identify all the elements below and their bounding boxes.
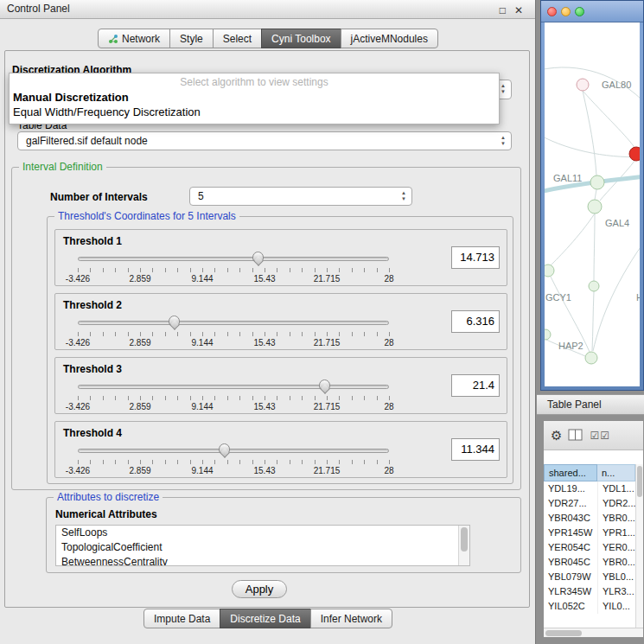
network-icon — [108, 34, 118, 44]
threshold-2-slider[interactable]: -3.426 2.859 9.144 15.43 21.715 28 — [78, 315, 391, 349]
network-node[interactable] — [545, 329, 551, 340]
close-window-icon[interactable]: ✕ — [514, 2, 523, 20]
slider-tick-labels: -3.426 2.859 9.144 15.43 21.715 28 — [78, 338, 389, 348]
scrollbar-thumb[interactable] — [545, 630, 582, 636]
close-traffic-light-icon[interactable] — [547, 7, 557, 16]
list-item[interactable]: TopologicalCoefficient — [56, 540, 469, 555]
gear-icon[interactable]: ⚙ — [551, 428, 562, 443]
table-row[interactable]: YBL079WYBL0... — [544, 570, 635, 584]
tab-label: Style — [180, 33, 203, 45]
table-horizontal-scrollbar[interactable] — [544, 628, 643, 637]
slider-tick-labels: -3.426 2.859 9.144 15.43 21.715 28 — [78, 466, 389, 476]
table-row[interactable]: YER054CYER0... — [544, 540, 635, 555]
network-graph: GAL80 GAL11 GAL4 GCY1 H HAP2 — [545, 22, 640, 386]
numerical-attributes-list[interactable]: SelfLoops TopologicalCoefficient Between… — [55, 525, 470, 566]
control-panel-titlebar: Control Panel □ ✕ — [0, 0, 535, 19]
table-header-row: shared... n... — [544, 464, 635, 481]
slider-track[interactable] — [78, 257, 389, 261]
threshold-3-box: Threshold 3 -3.426 2.859 9.144 15.43 21.… — [54, 357, 507, 414]
scrollbar-thumb[interactable] — [461, 527, 468, 552]
attributes-title: Attributes to discretize — [54, 491, 163, 503]
table-row[interactable]: YBR045CYBR0... — [544, 555, 635, 570]
float-window-icon[interactable]: □ — [500, 2, 506, 20]
tab-label: Discretize Data — [230, 613, 300, 625]
number-of-intervals-combobox[interactable]: 5 ▲▼ — [189, 187, 412, 206]
list-item[interactable]: SelfLoops — [56, 526, 469, 540]
network-canvas[interactable]: GAL80 GAL11 GAL4 GCY1 H HAP2 — [545, 22, 640, 386]
apply-button[interactable]: Apply — [232, 580, 287, 598]
network-node-gal4[interactable] — [588, 200, 602, 214]
column-header-shared-name[interactable]: shared... — [544, 464, 597, 481]
tab-jactivemnodules[interactable]: jActiveMNodules — [341, 29, 438, 48]
thresholds-group: Threshold's Coordinates for 5 Intervals … — [47, 216, 513, 484]
list-item[interactable]: BetweennessCentrality — [56, 555, 469, 566]
slider-ticks — [78, 332, 390, 336]
slider-thumb[interactable] — [169, 316, 180, 325]
threshold-4-slider[interactable]: -3.426 2.859 9.144 15.43 21.715 28 — [78, 443, 391, 477]
network-node-gal80[interactable] — [577, 79, 589, 91]
tab-label: Network — [122, 33, 160, 45]
table-panel-titlebar: Table Panel — [537, 394, 644, 415]
threshold-1-slider[interactable]: -3.426 2.859 9.144 15.43 21.715 28 — [78, 251, 391, 285]
checkbox-icons[interactable]: ☑☑ — [590, 430, 610, 442]
table-row[interactable]: YPR145WYPR1... — [544, 526, 635, 540]
dropdown-placeholder: Select algorithm to view settings — [10, 73, 499, 90]
number-of-intervals-label: Number of Intervals — [50, 191, 148, 203]
tab-network[interactable]: Network — [98, 29, 170, 48]
network-node[interactable] — [589, 281, 599, 291]
column-table-icon[interactable] — [568, 429, 583, 442]
tab-style[interactable]: Style — [169, 29, 214, 48]
table-row[interactable]: YDR27...YDR2... — [544, 496, 635, 511]
slider-ticks — [78, 460, 390, 464]
tab-discretize-data[interactable]: Discretize Data — [220, 609, 310, 628]
numerical-attributes-heading: Numerical Attributes — [55, 508, 157, 520]
table-row[interactable]: YLR345WYLR3... — [544, 584, 635, 599]
network-node-selected-red[interactable] — [629, 147, 640, 161]
threshold-4-value-field[interactable]: 11.344 — [451, 438, 500, 461]
threshold-3-slider[interactable]: -3.426 2.859 9.144 15.43 21.715 28 — [78, 379, 391, 413]
table-row[interactable]: YDL19...YDL1... — [544, 481, 635, 496]
slider-ticks — [78, 396, 390, 400]
tab-label: jActiveMNodules — [351, 33, 428, 45]
table-row[interactable]: YBR043CYBR0... — [544, 511, 635, 526]
threshold-3-value-field[interactable]: 21.4 — [451, 374, 500, 397]
control-panel-tabs: Network Style Select Cyni Toolbox jActiv… — [0, 29, 536, 48]
table-data-value: galFiltered.sif default node — [26, 135, 148, 147]
node-label-gal4: GAL4 — [605, 218, 629, 228]
dropdown-option-equal-width-frequency[interactable]: Equal Width/Frequency Discretization — [10, 105, 499, 119]
threshold-2-value-field[interactable]: 6.316 — [451, 310, 500, 333]
slider-track[interactable] — [78, 385, 389, 389]
slider-thumb[interactable] — [319, 379, 330, 389]
scrollbar-thumb[interactable] — [637, 466, 642, 497]
network-window-titlebar[interactable] — [541, 1, 643, 22]
slider-track[interactable] — [78, 449, 389, 453]
tab-cyni-toolbox[interactable]: Cyni Toolbox — [261, 29, 341, 48]
tab-label: Infer Network — [321, 613, 382, 625]
network-node[interactable] — [590, 175, 604, 189]
slider-thumb[interactable] — [219, 443, 230, 453]
tab-impute-data[interactable]: Impute Data — [143, 609, 220, 628]
slider-track[interactable] — [78, 321, 389, 325]
minimize-traffic-light-icon[interactable] — [561, 7, 571, 16]
column-header-name[interactable]: n... — [597, 464, 635, 481]
table-data-combobox[interactable]: galFiltered.sif default node ▲▼ — [17, 131, 512, 150]
table-toolbar: ⚙ ☑☑ — [544, 421, 643, 450]
algorithm-dropdown: Select algorithm to view settings Manual… — [9, 73, 500, 124]
slider-ticks — [78, 268, 390, 272]
zoom-traffic-light-icon[interactable] — [575, 7, 584, 16]
threshold-3-label: Threshold 3 — [63, 363, 122, 375]
combo-arrows-icon: ▲▼ — [401, 190, 406, 202]
list-scrollbar[interactable] — [458, 526, 469, 565]
tab-infer-network[interactable]: Infer Network — [310, 609, 392, 628]
network-node-hap2[interactable] — [585, 352, 597, 364]
threshold-1-value-field[interactable]: 14.713 — [451, 246, 500, 269]
network-view-window: GAL80 GAL11 GAL4 GCY1 H HAP2 — [540, 0, 644, 391]
tab-select[interactable]: Select — [213, 29, 262, 48]
dropdown-option-manual-discretization[interactable]: Manual Discretization — [10, 90, 499, 105]
bottom-tabs: Impute Data Discretize Data Infer Networ… — [0, 609, 536, 628]
slider-thumb[interactable] — [252, 252, 264, 261]
slider-tick-labels: -3.426 2.859 9.144 15.43 21.715 28 — [78, 274, 389, 284]
network-node-gcy1[interactable] — [545, 265, 554, 277]
table-row[interactable]: YIL052CYIL0... — [544, 599, 635, 614]
table-vertical-scrollbar[interactable] — [635, 464, 643, 628]
